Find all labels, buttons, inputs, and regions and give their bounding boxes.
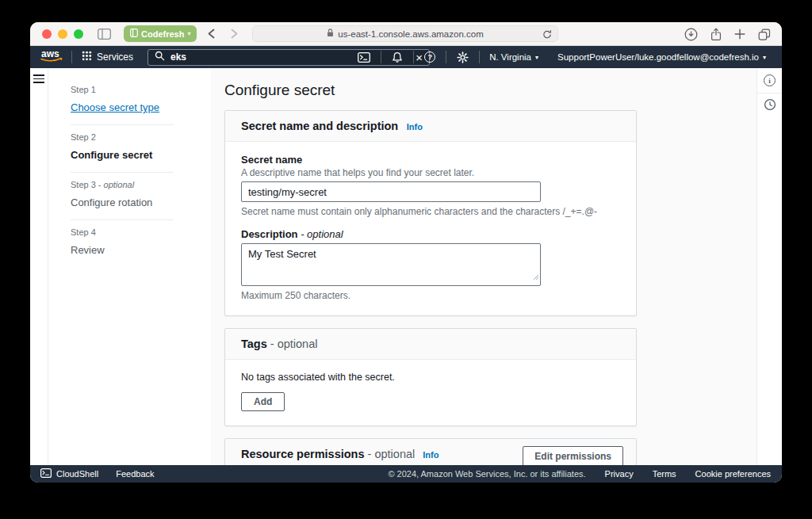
secret-name-hint: Secret name must contain only alphanumer…	[241, 206, 620, 217]
sidebar-toggle-icon[interactable]	[98, 29, 111, 40]
back-icon[interactable]	[208, 29, 215, 39]
info-link[interactable]: Info	[407, 122, 423, 132]
cloudshell-terminal-icon	[40, 468, 52, 479]
codefresh-extension-button[interactable]: Codefresh ▾	[124, 25, 197, 42]
left-rail	[30, 68, 48, 465]
feedback-link[interactable]: Feedback	[116, 469, 154, 479]
info-icon: i	[764, 74, 776, 86]
codefresh-icon	[130, 29, 138, 39]
step-link[interactable]: Choose secret type	[71, 101, 159, 113]
new-tab-icon[interactable]	[734, 29, 745, 40]
cloudshell-label: CloudShell	[56, 469, 98, 479]
add-tag-button[interactable]: Add	[241, 392, 285, 411]
card-title: Secret name and description	[241, 120, 398, 132]
tags-card: Tags - optional No tags associated with …	[224, 328, 637, 426]
aws-footer: CloudShell Feedback © 2024, Amazon Web S…	[30, 465, 782, 483]
account-menu[interactable]: SupportPowerUser/luke.goodfellow@codefre…	[548, 52, 776, 62]
close-window-button[interactable]	[42, 29, 52, 39]
privacy-link[interactable]: Privacy	[605, 469, 634, 479]
description-textarea[interactable]: My Test Secret	[241, 243, 541, 286]
copyright-text: © 2024, Amazon Web Services, Inc. or its…	[388, 469, 585, 479]
card-title: Resource permissions - optional	[241, 448, 418, 460]
card-header: Resource permissions - optional Info Add…	[225, 439, 636, 465]
search-icon	[155, 51, 165, 63]
url-text: us-east-1.console.aws.amazon.com	[338, 29, 483, 39]
console-content: Step 1 Choose secret type Step 2 Configu…	[30, 68, 782, 465]
step-number: Step 3 - optional	[71, 180, 174, 189]
chevron-down-icon: ▾	[763, 54, 766, 61]
info-panel-button[interactable]: i	[757, 68, 782, 93]
codefresh-label: Codefresh	[141, 29, 184, 39]
info-link[interactable]: Info	[423, 450, 439, 460]
step-number: Step 1	[71, 85, 174, 94]
notifications-bell-icon[interactable]	[381, 46, 413, 68]
help-rail: i	[756, 68, 782, 465]
region-selector[interactable]: N. Virginia ▾	[480, 52, 548, 62]
resource-permissions-card: Resource permissions - optional Info Add…	[224, 438, 637, 465]
cookie-preferences-link[interactable]: Cookie preferences	[695, 469, 771, 479]
settings-gear-icon[interactable]	[446, 46, 479, 68]
step-item-configure-rotation: Step 3 - optional Configure rotation	[71, 173, 174, 220]
help-icon[interactable]: ?	[414, 46, 446, 68]
forward-icon[interactable]	[231, 29, 238, 39]
chevron-down-icon: ▾	[187, 30, 190, 37]
svg-text:aws: aws	[41, 48, 59, 59]
aws-top-nav: aws Services × ?	[30, 46, 782, 68]
tab-overview-icon[interactable]	[758, 29, 771, 40]
lock-icon	[327, 29, 334, 39]
step-label: Configure rotation	[71, 197, 152, 208]
secret-name-description-card: Secret name and description Info Secret …	[224, 110, 637, 316]
edit-permissions-button[interactable]: Edit permissions	[523, 446, 623, 465]
services-menu-button[interactable]: Services	[72, 51, 143, 63]
traffic-lights	[42, 29, 83, 39]
region-label: N. Virginia	[489, 52, 531, 62]
clock-icon	[764, 98, 776, 114]
reload-icon[interactable]	[542, 29, 552, 40]
address-bar[interactable]: us-east-1.console.aws.amazon.com	[252, 25, 558, 42]
description-label: Description - optional	[241, 228, 620, 240]
step-item-review: Step 4 Review	[71, 220, 174, 267]
page-title: Configure secret	[224, 82, 756, 99]
card-header: Tags - optional	[225, 329, 636, 360]
no-tags-text: No tags associated with the secret.	[241, 372, 620, 383]
wizard-steps-sidebar: Step 1 Choose secret type Step 2 Configu…	[48, 68, 211, 465]
terms-link[interactable]: Terms	[653, 469, 676, 479]
card-body: No tags associated with the secret. Add	[225, 360, 636, 426]
step-item-choose-secret-type[interactable]: Step 1 Choose secret type	[71, 78, 174, 125]
card-body: Secret name A descriptive name that help…	[225, 142, 636, 315]
zoom-window-button[interactable]	[74, 29, 83, 39]
chevron-down-icon: ▾	[535, 54, 538, 61]
main-panel: Configure secret Secret name and descrip…	[211, 68, 756, 465]
cloudshell-icon[interactable]	[347, 46, 381, 68]
downloads-icon[interactable]	[684, 28, 698, 41]
history-panel-button[interactable]	[757, 93, 782, 119]
share-icon[interactable]	[710, 28, 722, 41]
step-current-label: Configure secret	[71, 149, 152, 161]
step-number: Step 2	[71, 132, 174, 142]
account-label: SupportPowerUser/luke.goodfellow@codefre…	[557, 52, 759, 62]
step-number: Step 4	[71, 227, 174, 237]
cloudshell-footer-button[interactable]: CloudShell	[40, 468, 98, 479]
resize-handle[interactable]	[533, 269, 539, 284]
services-label: Services	[97, 52, 133, 63]
card-title: Tags - optional	[241, 338, 317, 350]
step-item-configure-secret: Step 2 Configure secret	[71, 125, 174, 173]
secret-name-label: Secret name	[241, 154, 620, 166]
hamburger-menu-icon[interactable]	[33, 74, 44, 465]
aws-logo[interactable]: aws	[40, 48, 63, 66]
step-label: Review	[71, 244, 105, 256]
grid-icon	[82, 51, 92, 63]
description-hint: Maximum 250 characters.	[241, 290, 620, 301]
browser-window: Codefresh ▾ us-east-1.console.aws.amazon…	[30, 22, 782, 483]
minimize-window-button[interactable]	[58, 29, 67, 39]
browser-toolbar: Codefresh ▾ us-east-1.console.aws.amazon…	[30, 22, 782, 46]
secret-name-description: A descriptive name that helps you find y…	[241, 167, 620, 178]
secret-name-input[interactable]	[241, 181, 541, 202]
card-header: Secret name and description Info	[225, 111, 636, 142]
